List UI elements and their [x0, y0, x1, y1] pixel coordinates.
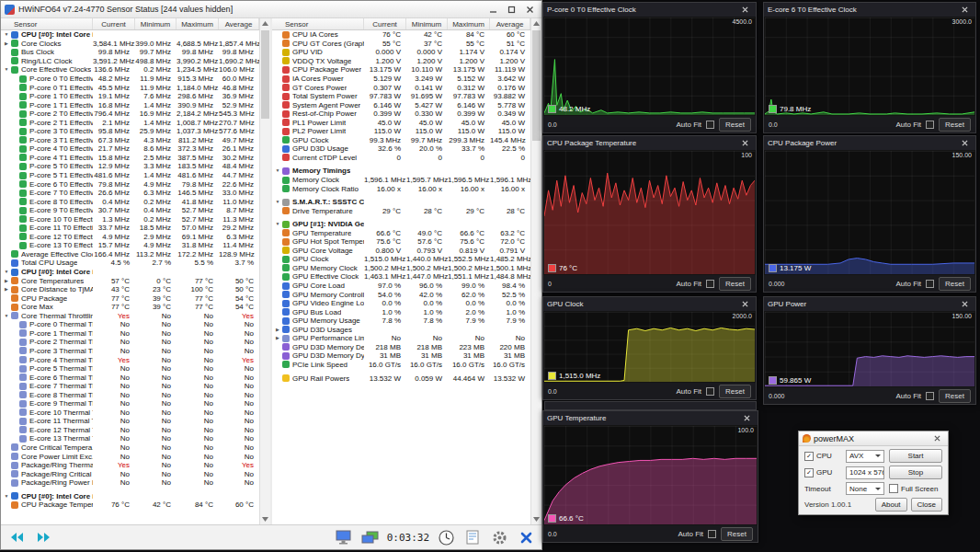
powermax-titlebar[interactable]: powerMAX	[799, 431, 948, 446]
reset-button[interactable]: Reset	[939, 118, 971, 132]
expand-arrow-icon[interactable]: ▼	[3, 270, 10, 274]
about-button[interactable]: About	[875, 498, 907, 512]
forward-button[interactable]	[33, 528, 53, 546]
sensor-row[interactable]: ▶GPU D3D Usages	[272, 326, 530, 335]
column-header-current[interactable]: Current	[93, 18, 135, 29]
scroll-up-icon[interactable]	[531, 18, 541, 29]
series-legend-checkbox[interactable]	[548, 514, 556, 523]
expand-arrow-icon[interactable]: ▶	[274, 328, 281, 332]
column-header-average[interactable]: Average	[490, 18, 530, 29]
sensor-row[interactable]: GPU Core Load97.0 %96.0 %99.0 %98.4 %	[272, 282, 530, 291]
series-legend-checkbox[interactable]	[769, 376, 777, 385]
reset-button[interactable]: Reset	[939, 389, 971, 403]
sensor-row[interactable]: P-core 3 T1 Effective ...67.3 MHz4.3 MHz…	[1, 136, 259, 145]
column-header-sensor[interactable]: Sensor	[1, 18, 93, 29]
dual-monitor-icon[interactable]	[360, 528, 381, 546]
sensor-row[interactable]: GPU Clock1,515.0 MHz1,440.0 MHz1,552.5 M…	[272, 255, 530, 264]
sensor-row[interactable]: E-core 9 T0 Effectiv...30.7 MHz0.4 MHz52…	[1, 206, 259, 215]
sensor-row[interactable]: E-core 7 Thermal Th...NoNoNoNo	[1, 382, 259, 391]
minimize-button[interactable]	[485, 4, 501, 16]
sensor-row[interactable]: E-core 10 Thermal Th...NoNoNoNo	[1, 408, 259, 418]
sensor-row[interactable]: ▼Core Thermal ThrottlingYesNoNoYes	[1, 312, 259, 321]
sensor-row[interactable]: P-core 1 T1 Effective ...16.8 MHz1.4 MHz…	[1, 100, 259, 109]
sensor-row[interactable]: ▶GPU Performance LimitersNoNoNoNo	[272, 334, 530, 343]
sensor-row[interactable]: GPU Clock99.3 MHz99.7 MHz299.3 MHz145.4 …	[272, 136, 530, 145]
sensor-row[interactable]: Core Critical Tempera...NoNoNoNo	[1, 443, 259, 453]
autofit-checkbox[interactable]	[926, 280, 934, 288]
sensor-row[interactable]: Core Power Limit Exc...NoNoNoNo	[1, 452, 259, 461]
sensor-row[interactable]: P-core 4 T1 Effective ...15.8 MHz2.5 MHz…	[1, 154, 259, 163]
sensor-row[interactable]: CPU Package Temperature76 °C42 °C84 °C60…	[1, 500, 259, 510]
right-pane-scrollbar[interactable]	[530, 18, 541, 524]
close-icon[interactable]	[958, 299, 972, 310]
sensor-group-row[interactable]: ▼GPU [#1]: NVIDIA GeForce RTX ...	[272, 220, 530, 229]
column-header-minimum[interactable]: Minimum	[135, 18, 177, 29]
sensor-row[interactable]: E-core 6 Thermal Th...NoNoNoNo	[1, 373, 259, 382]
sensor-row[interactable]: E-core 8 Thermal Th...NoNoNoNo	[1, 390, 259, 399]
series-legend-checkbox[interactable]	[548, 105, 556, 113]
close-icon[interactable]	[958, 5, 972, 16]
rewind-button[interactable]	[6, 528, 27, 546]
expand-arrow-icon[interactable]: ▼	[3, 32, 10, 37]
sensor-row[interactable]: Average Effective Clock166.4 MHz113.2 MH…	[1, 250, 259, 259]
expand-arrow-icon[interactable]: ▶	[3, 41, 10, 46]
sensor-group-row[interactable]: ▼S.M.A.R.T.: SSSTC CL4-8D512 ...	[272, 198, 530, 207]
scroll-down-icon[interactable]	[531, 514, 541, 524]
sensor-row[interactable]: GPU Bus Load1.0 %1.0 %2.0 %1.0 %	[272, 307, 530, 316]
autofit-checkbox[interactable]	[706, 121, 714, 129]
stop-button[interactable]: Stop	[889, 466, 942, 479]
reset-button[interactable]: Reset	[719, 118, 751, 132]
sensor-row[interactable]: P-core 4 Thermal Thr...YesNoNoYes	[1, 355, 259, 364]
sensor-row[interactable]: P-core 3 T0 Effective ...95.8 MHz25.9 MH…	[1, 127, 259, 136]
sensor-row[interactable]: P-core 5 T1 Effective ...481.6 MHz1.4 MH…	[1, 171, 259, 180]
sensor-row[interactable]: E-core 11 T0 Effectiv...33.7 MHz18.5 MHz…	[1, 224, 259, 233]
hwinfo-titlebar[interactable]: HWiNFO64 v7.24-4770 Sensor Status [244 v…	[1, 1, 541, 18]
sensor-row[interactable]: E-core 8 T0 Effective ...0.4 MHz0.2 MHz4…	[1, 197, 259, 206]
sensor-row[interactable]: P-core 2 T1 Effective ...2.1 MHz1.4 MHz1…	[1, 118, 259, 127]
sensor-row[interactable]: P-core 2 Thermal Thr...NoNoNoNo	[1, 338, 259, 347]
sensor-row[interactable]: P-core 0 T0 Effective ...48.2 MHz11.9 MH…	[1, 75, 259, 84]
timeout-select[interactable]: None	[846, 482, 884, 495]
sensor-row[interactable]: P-core 5 T0 Effective ...12.9 MHz3.3 MHz…	[1, 162, 259, 171]
sensor-group-row[interactable]: ▼Memory Timings	[272, 167, 530, 176]
close-icon[interactable]	[738, 138, 752, 149]
sensor-row[interactable]: Core Max77 °C39 °C77 °C54 °C	[1, 303, 259, 312]
sensor-row[interactable]: E-core 12 T0 Effectiv...4.9 MHz2.9 MHz69…	[1, 233, 259, 242]
sensor-row[interactable]: E-core 7 T0 Effective ...26.6 MHz6.3 MHz…	[1, 189, 259, 198]
sensor-row[interactable]: PL2 Power Limit115.0 W115.0 W115.0 W115.…	[272, 127, 530, 136]
graph-titlebar[interactable]: E-core 6 T0 Effective Clock	[764, 3, 975, 17]
close-icon[interactable]	[738, 299, 752, 310]
cpu-checkbox[interactable]: ✓	[804, 452, 814, 461]
sensor-row[interactable]: GPU Video Engine Load0.0 %0.0 %0.0 %0.0 …	[272, 299, 530, 308]
sensor-row[interactable]: Current cTDP Level0000	[272, 154, 530, 163]
autofit-checkbox[interactable]	[926, 121, 934, 129]
fan-speed-window-sliver[interactable]: Fan Speed	[544, 401, 757, 410]
sensor-row[interactable]: Drive Temperature29 °C28 °C29 °C28 °C	[272, 206, 530, 215]
sensor-row[interactable]: ▶Core Distance to TjMAX43 °C23 °C100 °C5…	[1, 285, 259, 294]
sensor-row[interactable]: GPU Memory Clock1,500.2 MHz1,500.2 MHz1,…	[272, 264, 530, 273]
sensor-row[interactable]: Package/Ring Critical Te...NoNoNoNo	[1, 469, 259, 478]
close-button[interactable]	[522, 4, 538, 16]
left-pane-scrollbar[interactable]	[259, 18, 270, 524]
close-icon[interactable]	[740, 413, 754, 424]
cpu-mode-select[interactable]: AVX	[846, 450, 884, 463]
column-header-maximum[interactable]: Maximum	[177, 18, 219, 29]
sensor-row[interactable]: CPU IA Cores76 °C42 °C84 °C60 °C	[272, 30, 530, 40]
sensor-row[interactable]: Ring/LLC Clock3,591.2 MHz498.8 MHz3,990.…	[1, 57, 259, 66]
column-header-maximum[interactable]: Maximum	[448, 18, 490, 29]
expand-arrow-icon[interactable]: ▶	[3, 279, 10, 283]
graph-titlebar[interactable]: GPU Power	[764, 297, 975, 311]
sensor-row[interactable]: P-core 0 Thermal Thr...NoNoNoNo	[1, 320, 259, 329]
sensor-group-row[interactable]: ▼CPU [#0]: Intel Core i7-1...	[1, 491, 259, 500]
sensor-row[interactable]: Total System Power97.783 W91.695 W97.783…	[272, 92, 530, 101]
sensor-row[interactable]: P-core 5 Thermal Thr...NoNoNoNo	[1, 364, 259, 374]
powermax-close-button[interactable]: Close	[911, 498, 942, 512]
scroll-up-icon[interactable]	[260, 18, 270, 29]
sensor-row[interactable]: GPU D3D Memory Dynamic31 MB31 MB31 MB31 …	[272, 351, 530, 361]
scrollbar-thumb[interactable]	[532, 30, 541, 141]
expand-arrow-icon[interactable]: ▶	[3, 287, 10, 292]
sensor-row[interactable]: Total CPU Usage4.5 %2.7 %5.5 %3.7 %	[1, 259, 259, 268]
column-header-sensor[interactable]: Sensor	[272, 18, 364, 29]
sensor-row[interactable]: GPU D3D Memory Dedicated218 MB218 MB223 …	[272, 343, 530, 352]
sensor-row[interactable]: PL1 Power Limit45.0 W45.0 W45.0 W45.0 W	[272, 118, 530, 127]
